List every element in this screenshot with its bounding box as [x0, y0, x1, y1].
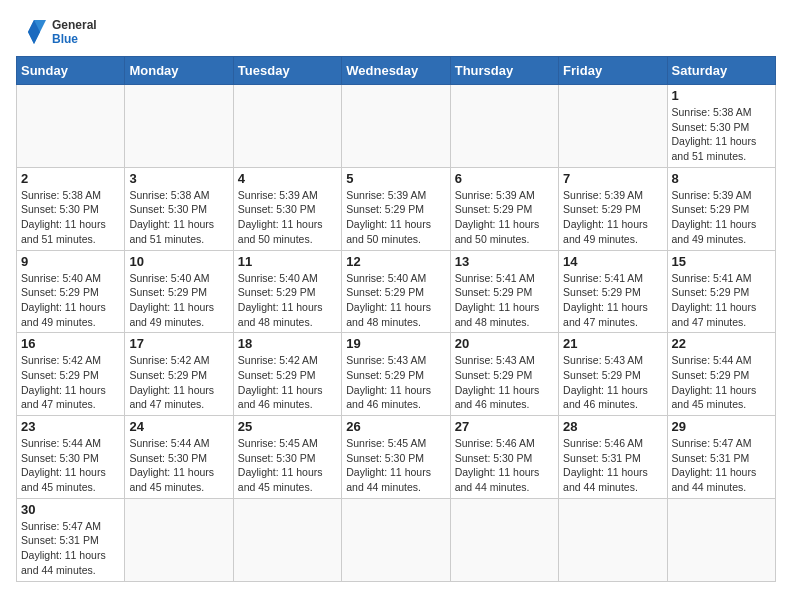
day-info: Sunrise: 5:47 AM Sunset: 5:31 PM Dayligh…: [21, 519, 120, 578]
calendar-day-cell: [233, 85, 341, 168]
calendar-day-cell: 10Sunrise: 5:40 AM Sunset: 5:29 PM Dayli…: [125, 250, 233, 333]
calendar-day-cell: [125, 498, 233, 581]
calendar-table: SundayMondayTuesdayWednesdayThursdayFrid…: [16, 56, 776, 582]
calendar-day-cell: [342, 85, 450, 168]
day-number: 26: [346, 419, 445, 434]
day-number: 10: [129, 254, 228, 269]
calendar-day-cell: 20Sunrise: 5:43 AM Sunset: 5:29 PM Dayli…: [450, 333, 558, 416]
day-info: Sunrise: 5:40 AM Sunset: 5:29 PM Dayligh…: [21, 271, 120, 330]
day-info: Sunrise: 5:44 AM Sunset: 5:30 PM Dayligh…: [21, 436, 120, 495]
calendar-day-cell: 29Sunrise: 5:47 AM Sunset: 5:31 PM Dayli…: [667, 416, 775, 499]
day-number: 11: [238, 254, 337, 269]
day-info: Sunrise: 5:41 AM Sunset: 5:29 PM Dayligh…: [672, 271, 771, 330]
day-info: Sunrise: 5:39 AM Sunset: 5:29 PM Dayligh…: [672, 188, 771, 247]
day-number: 16: [21, 336, 120, 351]
calendar-day-cell: [450, 85, 558, 168]
calendar-day-cell: [342, 498, 450, 581]
day-info: Sunrise: 5:40 AM Sunset: 5:29 PM Dayligh…: [129, 271, 228, 330]
calendar-day-cell: 28Sunrise: 5:46 AM Sunset: 5:31 PM Dayli…: [559, 416, 667, 499]
day-info: Sunrise: 5:45 AM Sunset: 5:30 PM Dayligh…: [346, 436, 445, 495]
calendar-day-cell: [559, 498, 667, 581]
day-info: Sunrise: 5:43 AM Sunset: 5:29 PM Dayligh…: [455, 353, 554, 412]
calendar-day-cell: 2Sunrise: 5:38 AM Sunset: 5:30 PM Daylig…: [17, 167, 125, 250]
weekday-header-saturday: Saturday: [667, 57, 775, 85]
day-number: 15: [672, 254, 771, 269]
calendar-day-cell: 24Sunrise: 5:44 AM Sunset: 5:30 PM Dayli…: [125, 416, 233, 499]
day-number: 20: [455, 336, 554, 351]
day-info: Sunrise: 5:44 AM Sunset: 5:29 PM Dayligh…: [672, 353, 771, 412]
day-number: 7: [563, 171, 662, 186]
day-number: 5: [346, 171, 445, 186]
calendar-day-cell: 13Sunrise: 5:41 AM Sunset: 5:29 PM Dayli…: [450, 250, 558, 333]
day-number: 24: [129, 419, 228, 434]
day-number: 25: [238, 419, 337, 434]
day-number: 22: [672, 336, 771, 351]
calendar-week-row: 23Sunrise: 5:44 AM Sunset: 5:30 PM Dayli…: [17, 416, 776, 499]
day-number: 2: [21, 171, 120, 186]
day-number: 18: [238, 336, 337, 351]
weekday-header-row: SundayMondayTuesdayWednesdayThursdayFrid…: [17, 57, 776, 85]
calendar-day-cell: 19Sunrise: 5:43 AM Sunset: 5:29 PM Dayli…: [342, 333, 450, 416]
calendar-day-cell: 22Sunrise: 5:44 AM Sunset: 5:29 PM Dayli…: [667, 333, 775, 416]
day-number: 19: [346, 336, 445, 351]
calendar-week-row: 1Sunrise: 5:38 AM Sunset: 5:30 PM Daylig…: [17, 85, 776, 168]
logo-blue-text: Blue: [52, 32, 97, 46]
logo: General Blue: [16, 16, 97, 48]
calendar-day-cell: 16Sunrise: 5:42 AM Sunset: 5:29 PM Dayli…: [17, 333, 125, 416]
calendar-day-cell: 17Sunrise: 5:42 AM Sunset: 5:29 PM Dayli…: [125, 333, 233, 416]
day-info: Sunrise: 5:39 AM Sunset: 5:29 PM Dayligh…: [563, 188, 662, 247]
weekday-header-sunday: Sunday: [17, 57, 125, 85]
logo-svg: [16, 16, 48, 48]
calendar-day-cell: 18Sunrise: 5:42 AM Sunset: 5:29 PM Dayli…: [233, 333, 341, 416]
calendar-day-cell: 5Sunrise: 5:39 AM Sunset: 5:29 PM Daylig…: [342, 167, 450, 250]
calendar-day-cell: [233, 498, 341, 581]
calendar-day-cell: [17, 85, 125, 168]
calendar-day-cell: 25Sunrise: 5:45 AM Sunset: 5:30 PM Dayli…: [233, 416, 341, 499]
day-info: Sunrise: 5:44 AM Sunset: 5:30 PM Dayligh…: [129, 436, 228, 495]
day-number: 12: [346, 254, 445, 269]
page-header: General Blue: [16, 16, 776, 48]
day-info: Sunrise: 5:42 AM Sunset: 5:29 PM Dayligh…: [21, 353, 120, 412]
calendar-day-cell: 14Sunrise: 5:41 AM Sunset: 5:29 PM Dayli…: [559, 250, 667, 333]
day-info: Sunrise: 5:38 AM Sunset: 5:30 PM Dayligh…: [672, 105, 771, 164]
day-number: 3: [129, 171, 228, 186]
calendar-day-cell: 21Sunrise: 5:43 AM Sunset: 5:29 PM Dayli…: [559, 333, 667, 416]
day-info: Sunrise: 5:40 AM Sunset: 5:29 PM Dayligh…: [238, 271, 337, 330]
weekday-header-monday: Monday: [125, 57, 233, 85]
day-number: 28: [563, 419, 662, 434]
day-number: 8: [672, 171, 771, 186]
day-info: Sunrise: 5:41 AM Sunset: 5:29 PM Dayligh…: [455, 271, 554, 330]
calendar-day-cell: 12Sunrise: 5:40 AM Sunset: 5:29 PM Dayli…: [342, 250, 450, 333]
day-info: Sunrise: 5:38 AM Sunset: 5:30 PM Dayligh…: [129, 188, 228, 247]
weekday-header-thursday: Thursday: [450, 57, 558, 85]
calendar-week-row: 16Sunrise: 5:42 AM Sunset: 5:29 PM Dayli…: [17, 333, 776, 416]
calendar-day-cell: 23Sunrise: 5:44 AM Sunset: 5:30 PM Dayli…: [17, 416, 125, 499]
calendar-day-cell: 9Sunrise: 5:40 AM Sunset: 5:29 PM Daylig…: [17, 250, 125, 333]
calendar-day-cell: [125, 85, 233, 168]
day-info: Sunrise: 5:41 AM Sunset: 5:29 PM Dayligh…: [563, 271, 662, 330]
day-info: Sunrise: 5:38 AM Sunset: 5:30 PM Dayligh…: [21, 188, 120, 247]
calendar-day-cell: 3Sunrise: 5:38 AM Sunset: 5:30 PM Daylig…: [125, 167, 233, 250]
calendar-day-cell: [450, 498, 558, 581]
day-info: Sunrise: 5:39 AM Sunset: 5:29 PM Dayligh…: [346, 188, 445, 247]
day-info: Sunrise: 5:43 AM Sunset: 5:29 PM Dayligh…: [346, 353, 445, 412]
day-number: 21: [563, 336, 662, 351]
day-info: Sunrise: 5:47 AM Sunset: 5:31 PM Dayligh…: [672, 436, 771, 495]
logo-general-text: General: [52, 18, 97, 32]
day-number: 4: [238, 171, 337, 186]
day-number: 6: [455, 171, 554, 186]
calendar-day-cell: 4Sunrise: 5:39 AM Sunset: 5:30 PM Daylig…: [233, 167, 341, 250]
day-number: 14: [563, 254, 662, 269]
day-number: 30: [21, 502, 120, 517]
day-info: Sunrise: 5:46 AM Sunset: 5:31 PM Dayligh…: [563, 436, 662, 495]
calendar-day-cell: 26Sunrise: 5:45 AM Sunset: 5:30 PM Dayli…: [342, 416, 450, 499]
calendar-day-cell: 15Sunrise: 5:41 AM Sunset: 5:29 PM Dayli…: [667, 250, 775, 333]
calendar-week-row: 30Sunrise: 5:47 AM Sunset: 5:31 PM Dayli…: [17, 498, 776, 581]
weekday-header-wednesday: Wednesday: [342, 57, 450, 85]
day-number: 23: [21, 419, 120, 434]
day-number: 17: [129, 336, 228, 351]
calendar-day-cell: 30Sunrise: 5:47 AM Sunset: 5:31 PM Dayli…: [17, 498, 125, 581]
day-number: 13: [455, 254, 554, 269]
day-info: Sunrise: 5:42 AM Sunset: 5:29 PM Dayligh…: [129, 353, 228, 412]
calendar-week-row: 2Sunrise: 5:38 AM Sunset: 5:30 PM Daylig…: [17, 167, 776, 250]
